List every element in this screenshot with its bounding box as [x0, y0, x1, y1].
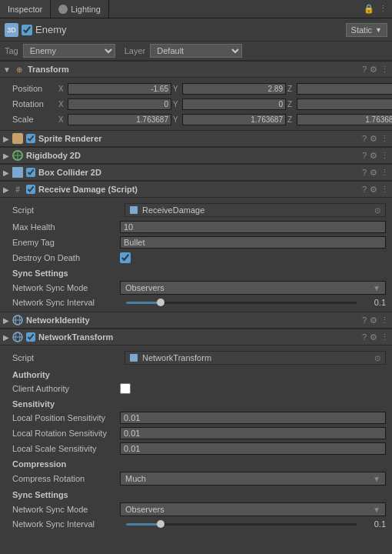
transform-menu-icon[interactable]: ⋮ — [380, 65, 389, 75]
receive-damage-network-sync-mode-dropdown[interactable]: Observers ▼ — [120, 281, 386, 295]
network-transform-menu-icon[interactable]: ⋮ — [380, 332, 389, 342]
network-identity-icon — [12, 315, 23, 325]
receive-damage-script-dot — [130, 206, 138, 214]
object-active-checkbox[interactable] — [22, 25, 32, 35]
compress-rotation-dropdown[interactable]: Much ▼ — [120, 472, 386, 486]
box-collider2d-settings-icon[interactable]: ⚙ — [370, 168, 377, 178]
local-scale-sensitivity-input[interactable] — [120, 442, 386, 455]
receive-damage-script-name: ReceiveDamage — [142, 205, 204, 215]
layer-select[interactable]: Default — [150, 44, 242, 58]
client-authority-checkbox[interactable] — [120, 383, 131, 394]
sprite-renderer-checkbox[interactable] — [26, 134, 35, 143]
lighting-tab-label: Lighting — [71, 5, 101, 14]
sprite-renderer-section-header: ▶ Sprite Renderer ? ⚙ ⋮ — [0, 130, 392, 147]
receive-damage-help-icon[interactable]: ? — [362, 185, 367, 195]
network-transform-checkbox[interactable] — [26, 332, 35, 342]
rigidbody2d-section-header: ▶ Rigidbody 2D ? ⚙ ⋮ — [0, 147, 392, 164]
local-scale-sensitivity-row: Local Scale Sensitivity — [0, 441, 392, 456]
receive-damage-script-field: ReceiveDamage ⊙ — [125, 203, 386, 217]
transform-help-icon[interactable]: ? — [362, 65, 367, 75]
receive-damage-hash-icon: # — [12, 184, 23, 195]
network-transform-slider-value: 0.1 — [363, 519, 386, 529]
receive-damage-slider-value: 0.1 — [363, 298, 386, 307]
tab-inspector[interactable]: Inspector — [0, 0, 51, 18]
receive-damage-slider-track[interactable] — [126, 302, 357, 304]
box-collider2d-title: Box Collider 2D — [38, 168, 362, 177]
destroy-on-death-label: Destroy On Death — [12, 253, 120, 262]
rigidbody2d-collapse-arrow[interactable]: ▶ — [3, 152, 9, 160]
network-transform-script-label: Script — [12, 353, 120, 362]
scale-y[interactable] — [182, 114, 286, 125]
network-transform-sync-mode-row: Network Sync Mode Observers ▼ — [0, 501, 392, 518]
receive-damage-slider-fill — [126, 302, 161, 304]
rotation-z[interactable] — [297, 98, 392, 110]
transform-section-header: ▼ ⊕ Transform ? ⚙ ⋮ — [0, 61, 392, 78]
sprite-renderer-icon — [12, 133, 23, 144]
sprite-renderer-menu-icon[interactable]: ⋮ — [380, 134, 389, 144]
rigidbody2d-menu-icon[interactable]: ⋮ — [380, 151, 389, 161]
receive-damage-network-sync-mode-arrow: ▼ — [373, 284, 380, 292]
lighting-tab-icon — [58, 5, 68, 14]
network-identity-settings-icon[interactable]: ⚙ — [370, 315, 377, 325]
layer-label: Layer — [125, 46, 146, 55]
scale-x[interactable] — [68, 114, 171, 125]
tab-lighting[interactable]: Lighting — [51, 0, 109, 18]
position-z[interactable] — [297, 83, 392, 95]
network-transform-script-name: NetworkTransform — [142, 353, 211, 362]
network-transform-sync-mode-dropdown[interactable]: Observers ▼ — [120, 502, 386, 516]
enemy-tag-input[interactable] — [120, 236, 386, 249]
destroy-on-death-checkbox[interactable] — [120, 252, 131, 263]
network-identity-help-icon[interactable]: ? — [362, 315, 367, 325]
sprite-renderer-settings-icon[interactable]: ⚙ — [370, 134, 377, 144]
network-identity-collapse-arrow[interactable]: ▶ — [3, 316, 9, 325]
position-y[interactable] — [182, 83, 286, 95]
receive-damage-checkbox[interactable] — [26, 185, 35, 194]
tag-select[interactable]: Enemy — [23, 44, 115, 58]
rotation-y[interactable] — [182, 98, 286, 110]
static-button[interactable]: Static ▼ — [346, 23, 387, 37]
sprite-renderer-collapse-arrow[interactable]: ▶ — [3, 135, 9, 143]
network-transform-slider-thumb[interactable] — [157, 520, 164, 528]
receive-damage-settings-icon[interactable]: ⚙ — [370, 185, 377, 195]
box-collider2d-collapse-arrow[interactable]: ▶ — [3, 169, 9, 177]
scale-z[interactable] — [297, 114, 392, 125]
position-x[interactable] — [68, 83, 171, 95]
max-health-input[interactable] — [120, 221, 386, 233]
network-transform-script-link-icon: ⊙ — [374, 354, 380, 362]
sprite-renderer-help-icon[interactable]: ? — [362, 134, 367, 144]
max-health-row: Max Health — [0, 219, 392, 235]
network-transform-sync-mode-label: Network Sync Mode — [12, 505, 120, 514]
rotation-x[interactable] — [68, 98, 171, 110]
box-collider2d-icon — [12, 167, 23, 178]
client-authority-label: Client Authority — [12, 384, 120, 393]
local-position-sensitivity-row: Local Position Sensitivity — [0, 410, 392, 426]
receive-damage-slider-thumb[interactable] — [157, 299, 164, 306]
receive-damage-menu-icon[interactable]: ⋮ — [380, 185, 389, 195]
network-transform-slider-track[interactable] — [126, 523, 357, 526]
top-tabs: Inspector Lighting 🔒 ⋮ — [0, 0, 392, 18]
receive-damage-sync-settings-label: Sync Settings — [0, 265, 392, 279]
local-rotation-sensitivity-input[interactable] — [120, 427, 386, 439]
rigidbody2d-help-icon[interactable]: ? — [362, 151, 367, 161]
receive-damage-body: Script ReceiveDamage ⊙ Max Health Enemy … — [0, 198, 392, 312]
local-position-sensitivity-input[interactable] — [120, 412, 386, 424]
tag-layer-row: Tag Enemy Layer Default — [0, 42, 392, 61]
network-transform-collapse-arrow[interactable]: ▶ — [3, 333, 9, 342]
transform-settings-icon[interactable]: ⚙ — [370, 65, 377, 75]
rigidbody2d-settings-icon[interactable]: ⚙ — [370, 151, 377, 161]
box-collider2d-help-icon[interactable]: ? — [362, 168, 367, 178]
network-transform-settings-icon[interactable]: ⚙ — [370, 332, 377, 342]
network-identity-menu-icon[interactable]: ⋮ — [380, 315, 389, 325]
more-icon[interactable]: ⋮ — [379, 4, 387, 14]
receive-damage-network-sync-interval-label: Network Sync Interval — [12, 298, 120, 307]
transform-collapse-arrow[interactable]: ▼ — [3, 65, 11, 74]
network-transform-script-field: NetworkTransform ⊙ — [125, 351, 386, 365]
top-right-controls: 🔒 ⋮ — [364, 4, 392, 14]
receive-damage-network-sync-mode-row: Network Sync Mode Observers ▼ — [0, 279, 392, 296]
network-transform-help-icon[interactable]: ? — [362, 332, 367, 342]
box-collider2d-menu-icon[interactable]: ⋮ — [380, 168, 389, 178]
receive-damage-collapse-arrow[interactable]: ▶ — [3, 185, 9, 194]
static-arrow-icon: ▼ — [375, 26, 382, 34]
box-collider2d-checkbox[interactable] — [26, 168, 35, 177]
lock-icon[interactable]: 🔒 — [364, 4, 374, 14]
